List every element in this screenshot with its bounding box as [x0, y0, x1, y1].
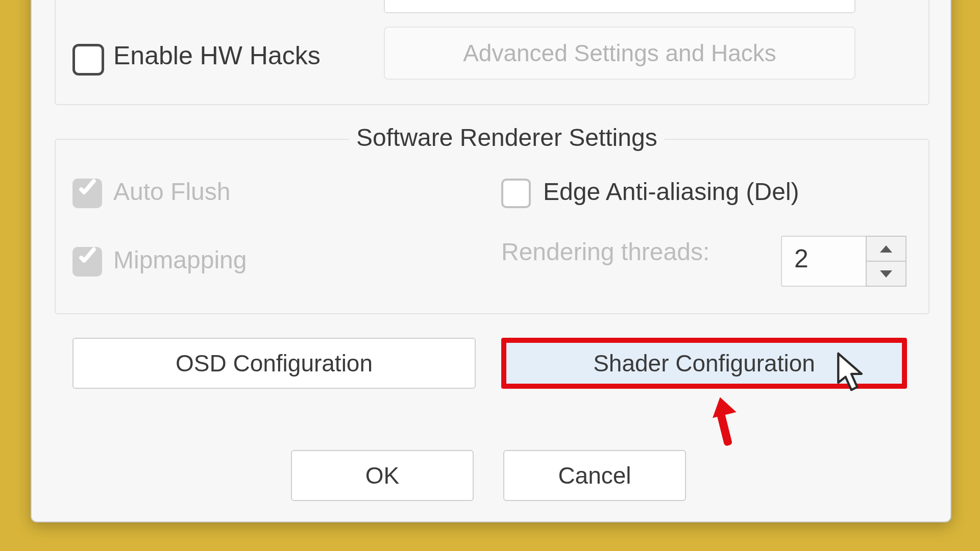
top-dropdown[interactable] — [384, 0, 855, 13]
edge-aa-checkbox[interactable] — [501, 179, 531, 208]
enable-hw-hacks-checkbox[interactable] — [72, 44, 104, 76]
rendering-threads-value: 2 — [794, 244, 808, 273]
edge-aa-label: Edge Anti-aliasing (Del) — [543, 178, 799, 206]
osd-config-button[interactable]: OSD Configuration — [72, 338, 476, 389]
chevron-down-icon — [880, 270, 892, 278]
cancel-button[interactable]: Cancel — [503, 450, 686, 501]
rendering-threads-label: Rendering threads: — [501, 238, 709, 266]
mipmapping-label: Mipmapping — [113, 246, 247, 274]
ok-button[interactable]: OK — [291, 450, 474, 501]
settings-dialog: Enable HW Hacks Advanced Settings and Ha… — [31, 0, 951, 522]
chevron-up-icon — [880, 245, 892, 253]
shader-config-button[interactable]: Shader Configuration — [501, 338, 907, 389]
enable-hw-hacks-label: Enable HW Hacks — [113, 41, 321, 70]
check-icon — [78, 180, 93, 202]
software-renderer-title: Software Renderer Settings — [349, 123, 665, 152]
auto-flush-label: Auto Flush — [113, 178, 230, 206]
spin-up-button[interactable] — [866, 236, 906, 262]
annotation-arrow-icon — [703, 396, 744, 442]
auto-flush-checkbox[interactable] — [72, 179, 102, 208]
desktop-background: Enable HW Hacks Advanced Settings and Ha… — [0, 0, 980, 551]
spin-buttons — [866, 236, 906, 287]
mipmapping-checkbox[interactable] — [72, 247, 102, 277]
advanced-settings-button[interactable]: Advanced Settings and Hacks — [384, 27, 855, 80]
software-renderer-group: Software Renderer Settings — [55, 139, 929, 314]
spin-down-button[interactable] — [866, 262, 906, 287]
rendering-threads-spinbox[interactable]: 2 — [781, 236, 906, 287]
check-icon — [78, 248, 93, 270]
